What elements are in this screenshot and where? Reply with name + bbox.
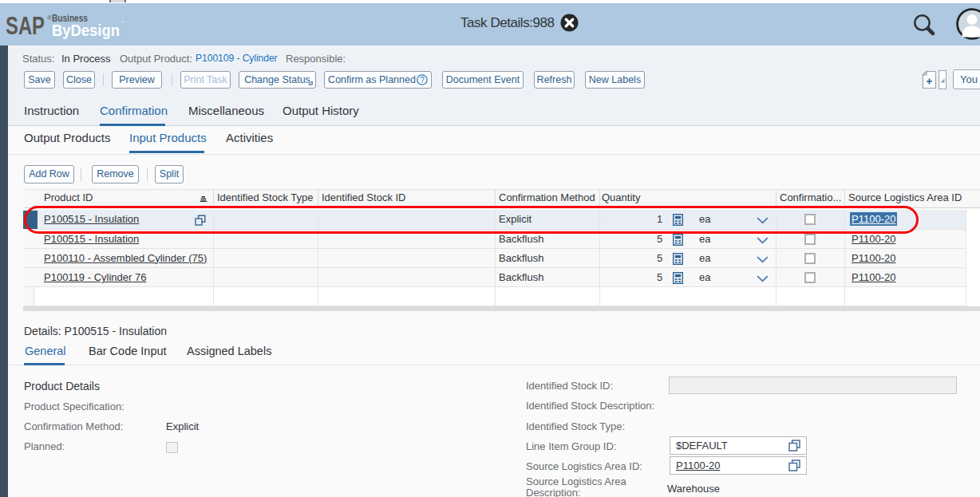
- svg-text:ByDesign: ByDesign: [52, 22, 120, 39]
- svg-text:´: ´: [121, 20, 124, 28]
- svg-text:SAP: SAP: [6, 12, 45, 40]
- svg-text:?: ?: [420, 75, 425, 84]
